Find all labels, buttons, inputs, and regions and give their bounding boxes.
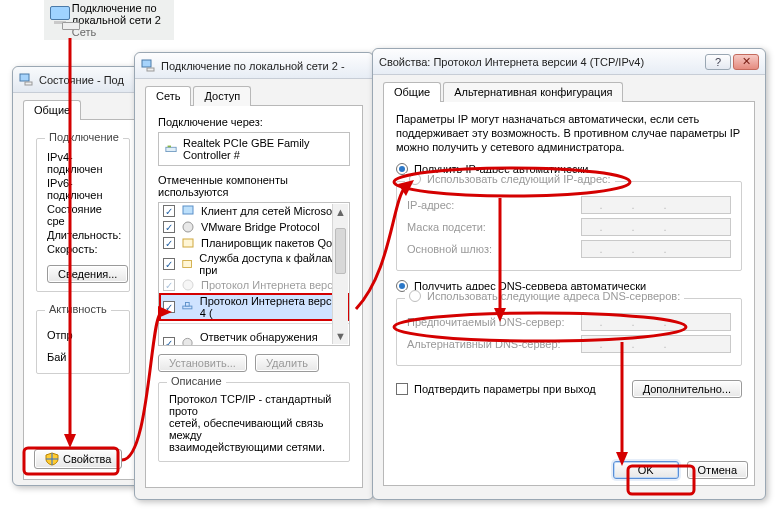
- label-ip: IP-адрес:: [407, 199, 454, 211]
- svg-point-10: [183, 280, 193, 290]
- label-dns2: Альтернативный DNS-сервер:: [407, 338, 561, 350]
- client-icon: [181, 204, 195, 218]
- svg-rect-5: [168, 146, 171, 148]
- label-speed: Скорость:: [47, 243, 98, 255]
- label-mask: Маска подсети:: [407, 221, 486, 233]
- svg-rect-9: [183, 260, 192, 267]
- list-scrollbar[interactable]: ▲ ▼: [332, 204, 348, 344]
- label-media-state: Состояние сре: [47, 203, 119, 227]
- svg-rect-4: [166, 147, 176, 151]
- label-bytes: Бай: [47, 351, 66, 363]
- close-button[interactable]: ✕: [733, 54, 759, 70]
- label-dns1: Предпочитаемый DNS-сервер:: [407, 316, 564, 328]
- install-button[interactable]: Установить...: [158, 354, 247, 372]
- tab-access[interactable]: Доступ: [193, 86, 251, 106]
- label-ipv4: IPv4-подключен: [47, 151, 119, 175]
- tab-network[interactable]: Сеть: [145, 86, 191, 106]
- label-gateway: Основной шлюз:: [407, 243, 492, 255]
- connection-titlebar[interactable]: Подключение по локальной сети 2 -: [135, 53, 373, 79]
- status-title: Состояние - Под: [39, 74, 147, 86]
- network-adapter-icon: [48, 6, 66, 34]
- dns1-field: ...: [581, 313, 731, 331]
- cancel-button[interactable]: Отмена: [687, 461, 748, 479]
- label-ipv6: IPv6-подключен: [47, 177, 119, 201]
- scroll-thumb[interactable]: [335, 228, 346, 274]
- components-label: Отмеченные компоненты используются: [158, 174, 350, 198]
- advanced-button[interactable]: Дополнительно...: [632, 380, 742, 398]
- help-button[interactable]: ?: [705, 54, 731, 70]
- ipv4-intro-text: Параметры IP могут назначаться автоматич…: [396, 112, 742, 154]
- group-description-title: Описание: [167, 375, 226, 387]
- checkbox[interactable]: ✓: [163, 237, 175, 249]
- network-adapter-icon: [165, 142, 177, 156]
- network-adapter-icon: [141, 59, 155, 73]
- checkbox[interactable]: ✓: [163, 279, 175, 291]
- tab-alt-config[interactable]: Альтернативная конфигурация: [443, 82, 623, 102]
- svg-point-7: [183, 222, 193, 232]
- svg-rect-3: [147, 68, 154, 71]
- checkbox[interactable]: ✓: [163, 221, 175, 233]
- svg-rect-8: [183, 239, 193, 247]
- protocol-icon: [181, 300, 194, 314]
- details-button[interactable]: Сведения...: [47, 265, 128, 283]
- validate-on-exit-checkbox[interactable]: Подтвердить параметры при выход: [396, 383, 596, 395]
- shortcut-subtitle: Сеть: [72, 26, 170, 38]
- checkbox[interactable]: ✓: [163, 205, 175, 217]
- ip-address-field: ...: [581, 196, 731, 214]
- checkbox[interactable]: ✓: [163, 258, 175, 270]
- group-connection-title: Подключение: [45, 131, 123, 143]
- svg-rect-2: [142, 60, 151, 67]
- tab-general[interactable]: Общие: [23, 100, 81, 120]
- adapter-field[interactable]: Realtek PCIe GBE Family Controller #: [158, 132, 350, 166]
- label-sent: Отпр: [47, 329, 73, 341]
- ok-button[interactable]: OK: [613, 461, 679, 479]
- list-item[interactable]: ✓ VMware Bridge Protocol: [159, 219, 349, 235]
- shortcut-title: Подключение по локальной сети 2: [72, 2, 170, 26]
- connect-via-label: Подключение через:: [158, 116, 350, 128]
- svg-rect-6: [183, 206, 193, 214]
- uac-shield-icon: [45, 452, 59, 466]
- radio-dns-manual[interactable]: Использовать следующие адреса DNS-сервер…: [405, 290, 684, 302]
- checkbox[interactable]: ✓: [163, 301, 175, 313]
- svg-rect-1: [25, 82, 32, 85]
- group-activity-title: Активность: [45, 303, 111, 315]
- ipv4-properties-window: Свойства: Протокол Интернета версии 4 (T…: [372, 48, 766, 500]
- list-item[interactable]: ✓ Служба доступа к файлам и при: [159, 251, 349, 277]
- svg-rect-12: [186, 302, 190, 306]
- radio-ip-manual[interactable]: Использовать следующий IP-адрес:: [405, 173, 615, 185]
- service-icon: [181, 257, 193, 271]
- network-connection-shortcut[interactable]: Подключение по локальной сети 2 Сеть: [44, 0, 174, 40]
- ipv4-title: Свойства: Протокол Интернета версии 4 (T…: [379, 56, 699, 68]
- status-window: Состояние - Под Общие Подключение IPv4-п…: [12, 66, 154, 486]
- connection-title: Подключение по локальной сети 2 -: [161, 60, 367, 72]
- protocol-icon: [181, 336, 194, 346]
- dns2-field: ...: [581, 335, 731, 353]
- list-item[interactable]: ✓ Протокол Интернета версии: [159, 277, 349, 293]
- svg-point-13: [183, 338, 192, 346]
- properties-button[interactable]: Свойства: [34, 449, 122, 469]
- remove-button[interactable]: Удалить: [255, 354, 319, 372]
- checkbox[interactable]: ✓: [163, 337, 175, 346]
- network-adapter-icon: [19, 73, 33, 87]
- description-text: Протокол TCP/IP - стандартный прото сете…: [169, 393, 339, 453]
- list-item[interactable]: ✓ Ответчик обнаружения тополо: [159, 330, 349, 346]
- subnet-mask-field: ...: [581, 218, 731, 236]
- status-titlebar[interactable]: Состояние - Под: [13, 67, 153, 93]
- tab-general[interactable]: Общие: [383, 82, 441, 102]
- svg-rect-0: [20, 74, 29, 81]
- list-item-ipv4[interactable]: ✓ Протокол Интернета версии 4 (: [159, 293, 349, 321]
- protocol-icon: [181, 278, 195, 292]
- scroll-up-icon[interactable]: ▲: [333, 204, 348, 220]
- protocol-icon: [181, 220, 195, 234]
- scroll-down-icon[interactable]: ▼: [333, 328, 348, 344]
- label-duration: Длительность:: [47, 229, 121, 241]
- list-item[interactable]: ✓ Клиент для сетей Microsoft: [159, 203, 349, 219]
- list-item[interactable]: ✓ Планировщик пакетов QoS: [159, 235, 349, 251]
- ipv4-titlebar[interactable]: Свойства: Протокол Интернета версии 4 (T…: [373, 49, 765, 75]
- service-icon: [181, 236, 195, 250]
- connection-properties-window: Подключение по локальной сети 2 - Сеть Д…: [134, 52, 374, 500]
- gateway-field: ...: [581, 240, 731, 258]
